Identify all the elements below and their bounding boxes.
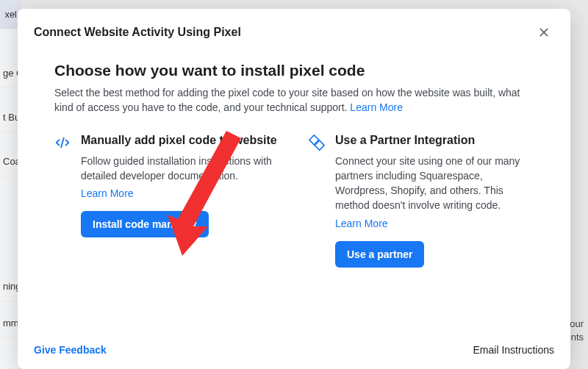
use-a-partner-button[interactable]: Use a partner <box>335 241 424 268</box>
option-title: Manually add pixel code to website <box>81 133 279 148</box>
option-content: Use a Partner Integration Connect your s… <box>335 133 534 268</box>
option-description: Connect your site using one of our many … <box>335 154 534 213</box>
learn-more-link[interactable]: Learn More <box>350 101 403 113</box>
option-content: Manually add pixel code to website Follo… <box>81 133 279 268</box>
sidebar-item: t Bu <box>0 103 20 132</box>
modal-dialog: Connect Website Activity Using Pixel Cho… <box>18 9 570 369</box>
options-row: Manually add pixel code to website Follo… <box>54 133 534 268</box>
learn-more-link[interactable]: Learn More <box>81 187 279 199</box>
close-icon <box>538 26 550 38</box>
sidebar-item: mme <box>0 309 20 338</box>
sidebar-item: ge C <box>0 59 20 88</box>
give-feedback-link[interactable]: Give Feedback <box>34 344 107 356</box>
partner-icon <box>309 135 326 152</box>
install-code-manually-button[interactable]: Install code manually <box>81 211 209 237</box>
modal-title: Connect Website Activity Using Pixel <box>34 26 241 39</box>
modal-body: Choose how you want to install pixel cod… <box>18 49 570 335</box>
modal-header: Connect Website Activity Using Pixel <box>18 9 570 49</box>
section-heading: Choose how you want to install pixel cod… <box>54 62 534 79</box>
sidebar-item: Coa <box>0 147 20 176</box>
sidebar-item: ning <box>0 272 20 301</box>
modal-footer: Give Feedback Email Instructions <box>18 335 570 369</box>
option-description: Follow guided installation instructions … <box>81 154 279 184</box>
code-icon <box>54 135 72 152</box>
email-instructions-link[interactable]: Email Instructions <box>473 344 554 356</box>
option-title: Use a Partner Integration <box>335 133 534 148</box>
option-partner: Use a Partner Integration Connect your s… <box>309 133 534 268</box>
close-button[interactable] <box>534 22 554 43</box>
section-description: Select the best method for adding the pi… <box>54 85 534 115</box>
sidebar-item: xel <box>0 0 20 29</box>
learn-more-link[interactable]: Learn More <box>335 218 534 229</box>
option-manual: Manually add pixel code to website Follo… <box>54 133 279 268</box>
svg-line-2 <box>61 137 64 147</box>
